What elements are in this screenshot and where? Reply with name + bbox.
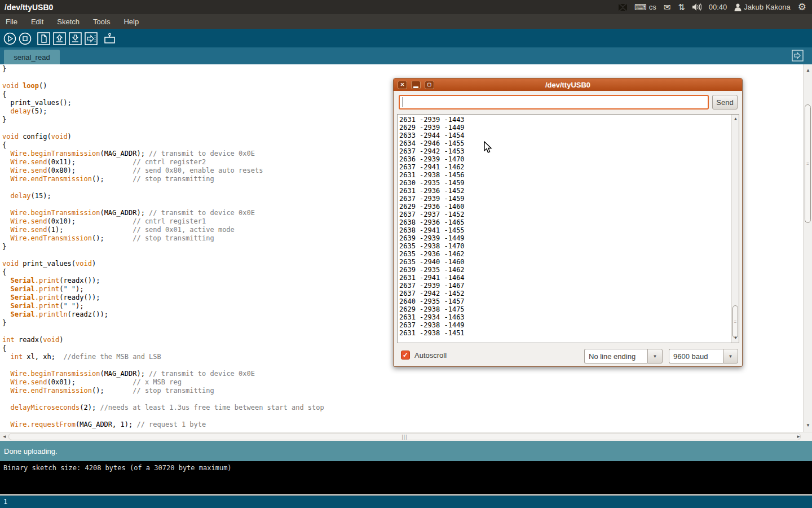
screen: /dev/ttyUSB0 ⌨ cs ✉ ⇅ 00:40 Jakub Kakona… (0, 0, 812, 508)
tab-serial-read[interactable]: serial_read (4, 50, 60, 64)
serial-scrollbar[interactable]: ▲ ≡ ▼ (731, 115, 739, 343)
autoscroll-checkbox[interactable]: ✓ (401, 351, 410, 360)
code-line: } (2, 65, 803, 73)
serial-input-field[interactable] (399, 95, 709, 110)
volume-indicator-icon[interactable] (692, 3, 701, 11)
editor-horizontal-scrollbar[interactable]: ◄ ||| ► (0, 432, 812, 441)
app-indicator-icon[interactable] (619, 4, 627, 11)
minimize-button[interactable]: ▬ (411, 81, 421, 89)
desktop-top-panel: /dev/ttyUSB0 ⌨ cs ✉ ⇅ 00:40 Jakub Kakona… (0, 0, 812, 14)
keyboard-icon: ⌨ (634, 3, 647, 11)
line-number: 1 (3, 498, 7, 506)
editor-vertical-scrollbar[interactable]: ▲ ≡ ▼ (803, 64, 812, 432)
menu-tools[interactable]: Tools (93, 17, 110, 26)
down-arrow-icon (69, 32, 82, 45)
chevron-down-icon: ▼ (729, 354, 733, 359)
close-icon: ✕ (400, 82, 405, 87)
status-message: Done uploading. (4, 447, 58, 456)
text-caret (403, 97, 403, 107)
up-arrow-icon (53, 32, 66, 45)
serial-row: 2633 -2944 -1454 (399, 132, 731, 139)
play-icon (3, 32, 16, 45)
serial-row: 2637 -2942 -1453 (399, 147, 731, 155)
serial-output-area[interactable]: 2631 -2939 -14432629 -2939 -14492633 -29… (397, 114, 739, 343)
tab-menu-button[interactable] (791, 49, 804, 62)
maximize-icon: ▢ (427, 82, 432, 87)
serial-row: 2631 -2941 -1464 (399, 274, 731, 282)
horizontal-scrollbar-thumb[interactable]: ||| (8, 433, 801, 440)
baud-rate-select[interactable]: 9600 baud (669, 349, 723, 364)
menu-edit[interactable]: Edit (31, 17, 43, 26)
scroll-up-arrow-icon[interactable]: ▲ (804, 67, 812, 75)
code-line: Wire.requestFrom(MAG_ADDR, 1); // reques… (2, 421, 803, 429)
serial-row: 2631 -2939 -1443 (399, 116, 731, 124)
scrollbar-grip: ≡ (806, 163, 809, 165)
serial-monitor-button[interactable] (103, 32, 116, 45)
keyboard-layout-label: cs (649, 3, 656, 11)
autoscroll-label: Autoscroll (414, 351, 447, 360)
serial-row: 2637 -2938 -1449 (399, 321, 731, 329)
line-ending-select[interactable]: No line ending (584, 349, 647, 364)
serial-rows: 2631 -2939 -14432629 -2939 -14492633 -29… (398, 115, 731, 343)
open-button[interactable] (52, 32, 66, 45)
serial-scrollbar-thumb[interactable]: ≡ (732, 305, 738, 338)
save-button[interactable] (68, 32, 82, 45)
close-button[interactable]: ✕ (398, 81, 407, 89)
serial-row: 2629 -2936 -1460 (399, 203, 731, 211)
editor-scrollbar-thumb[interactable]: ≡ (805, 104, 811, 223)
speaker-icon (692, 3, 701, 11)
new-sketch-button[interactable] (37, 32, 50, 45)
serial-row: 2635 -2938 -1470 (399, 242, 731, 250)
line-ending-dropdown-button[interactable]: ▼ (647, 349, 663, 364)
serial-row: 2631 -2936 -1452 (399, 187, 731, 195)
keyboard-layout-indicator[interactable]: ⌨ cs (634, 3, 656, 11)
serial-row: 2640 -2935 -1457 (399, 297, 731, 305)
menu-sketch[interactable]: Sketch (57, 17, 80, 26)
serial-row: 2636 -2939 -1470 (399, 155, 731, 163)
session-gear-icon[interactable]: ⚙ (798, 2, 806, 12)
upload-button[interactable] (84, 32, 98, 45)
code-line: Wire.endTransmission(); // stop transmit… (2, 387, 803, 395)
maximize-button[interactable]: ▢ (425, 81, 434, 89)
menu-help[interactable]: Help (123, 17, 139, 26)
tab-arrow-icon (792, 50, 804, 62)
user-menu[interactable]: Jakub Kakona (734, 3, 790, 11)
serial-row: 2631 -2938 -1456 (399, 171, 731, 179)
serial-row: 2630 -2935 -1459 (399, 179, 731, 187)
panel-indicators: ⌨ cs ✉ ⇅ 00:40 Jakub Kakona ⚙ (619, 2, 812, 12)
scrollbar-grip: ||| (401, 434, 407, 440)
serial-monitor-controls: ✓ Autoscroll No line ending ▼ 9600 baud … (394, 348, 742, 365)
upload-arrow-icon (85, 32, 98, 45)
scroll-right-arrow-icon[interactable]: ► (795, 433, 802, 441)
code-line: delayMicroseconds(2); //needs at least 1… (2, 404, 803, 412)
menu-file[interactable]: File (6, 17, 17, 26)
serial-row: 2629 -2939 -1449 (399, 124, 731, 132)
baud-rate-dropdown-button[interactable]: ▼ (723, 349, 738, 364)
stop-button[interactable] (18, 32, 32, 45)
mail-indicator-icon[interactable]: ✉ (664, 3, 671, 11)
clock-indicator[interactable]: 00:40 (709, 3, 727, 11)
serial-row: 2635 -2940 -1460 (399, 258, 731, 266)
scroll-left-arrow-icon[interactable]: ◄ (1, 433, 8, 441)
network-updown-icon[interactable]: ⇅ (678, 3, 685, 11)
code-line (2, 412, 803, 421)
scroll-down-arrow-icon[interactable]: ▼ (732, 334, 739, 342)
serial-monitor-titlebar[interactable]: /dev/ttyUSB0 ✕ ▬ ▢ (394, 78, 742, 91)
tabbar: serial_read (0, 47, 812, 64)
serial-row: 2639 -2939 -1449 (399, 234, 731, 242)
serial-row: 2631 -2938 -1451 (399, 329, 731, 337)
serial-row: 2638 -2936 -1465 (399, 218, 731, 226)
serial-monitor-title: /dev/ttyUSB0 (394, 81, 742, 89)
line-number-bar: 1 (0, 496, 812, 508)
verify-button[interactable] (3, 32, 16, 45)
send-button[interactable]: Send (712, 95, 738, 110)
scrollbar-grip: ≡ (734, 321, 737, 323)
scroll-down-arrow-icon[interactable]: ▼ (804, 422, 812, 430)
toolbar (0, 29, 812, 47)
stop-icon (19, 32, 32, 45)
serial-row: 2638 -2941 -1455 (399, 226, 731, 234)
serial-row: 2631 -2934 -1463 (399, 313, 731, 321)
scroll-up-arrow-icon[interactable]: ▲ (732, 115, 739, 123)
bowtie-icon (619, 4, 627, 11)
chevron-down-icon: ▼ (653, 354, 657, 359)
